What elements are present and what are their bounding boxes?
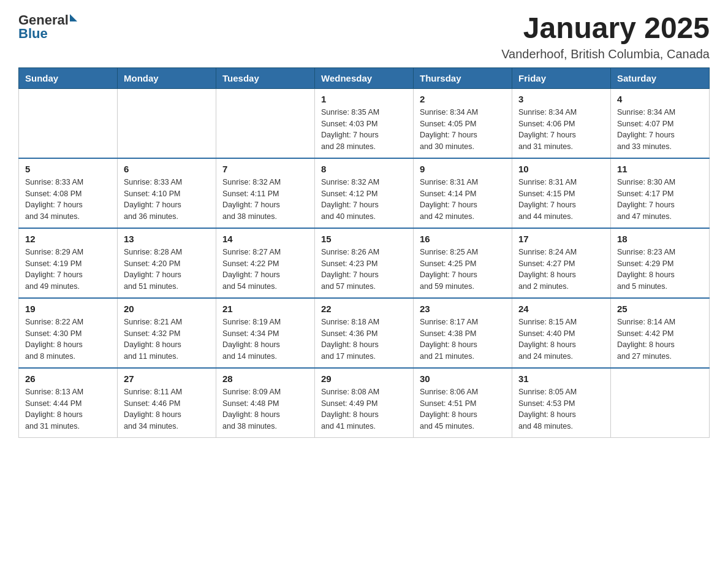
calendar-day-cell: 18Sunrise: 8:23 AMSunset: 4:29 PMDayligh…	[611, 228, 710, 298]
day-info: Sunrise: 8:31 AMSunset: 4:15 PMDaylight:…	[518, 177, 604, 223]
day-info: Sunrise: 8:35 AMSunset: 4:03 PMDaylight:…	[321, 107, 407, 153]
calendar-week-row: 12Sunrise: 8:29 AMSunset: 4:19 PMDayligh…	[19, 228, 710, 298]
day-info: Sunrise: 8:31 AMSunset: 4:14 PMDaylight:…	[420, 177, 506, 223]
day-number: 22	[321, 304, 407, 314]
day-number: 23	[420, 304, 506, 314]
day-info: Sunrise: 8:06 AMSunset: 4:51 PMDaylight:…	[420, 386, 506, 432]
calendar-day-cell: 12Sunrise: 8:29 AMSunset: 4:19 PMDayligh…	[19, 228, 118, 298]
day-info: Sunrise: 8:15 AMSunset: 4:40 PMDaylight:…	[518, 316, 604, 362]
day-number: 21	[222, 304, 308, 314]
calendar-week-row: 1Sunrise: 8:35 AMSunset: 4:03 PMDaylight…	[19, 88, 710, 158]
calendar-day-cell: 13Sunrise: 8:28 AMSunset: 4:20 PMDayligh…	[118, 228, 216, 298]
day-info: Sunrise: 8:32 AMSunset: 4:11 PMDaylight:…	[222, 177, 308, 223]
calendar-day-cell: 22Sunrise: 8:18 AMSunset: 4:36 PMDayligh…	[315, 298, 414, 368]
calendar-day-cell: 21Sunrise: 8:19 AMSunset: 4:34 PMDayligh…	[216, 298, 315, 368]
day-number: 15	[321, 234, 407, 244]
day-number: 27	[124, 373, 210, 384]
calendar-day-cell: 5Sunrise: 8:33 AMSunset: 4:08 PMDaylight…	[19, 158, 118, 228]
day-number: 25	[617, 304, 703, 314]
calendar-week-row: 19Sunrise: 8:22 AMSunset: 4:30 PMDayligh…	[19, 298, 710, 368]
day-number: 16	[420, 234, 506, 244]
day-info: Sunrise: 8:09 AMSunset: 4:48 PMDaylight:…	[222, 386, 308, 432]
day-info: Sunrise: 8:34 AMSunset: 4:07 PMDaylight:…	[617, 107, 703, 153]
day-info: Sunrise: 8:14 AMSunset: 4:42 PMDaylight:…	[617, 316, 703, 362]
day-of-week-header: Monday	[118, 67, 216, 88]
logo: General Blue	[18, 12, 77, 42]
calendar-table: SundayMondayTuesdayWednesdayThursdayFrid…	[18, 67, 710, 438]
day-info: Sunrise: 8:19 AMSunset: 4:34 PMDaylight:…	[222, 316, 308, 362]
day-number: 3	[518, 94, 604, 104]
day-info: Sunrise: 8:32 AMSunset: 4:12 PMDaylight:…	[321, 177, 407, 223]
day-number: 31	[518, 373, 604, 384]
calendar-day-cell: 25Sunrise: 8:14 AMSunset: 4:42 PMDayligh…	[611, 298, 710, 368]
day-number: 18	[617, 234, 703, 244]
day-number: 4	[617, 94, 703, 104]
day-info: Sunrise: 8:33 AMSunset: 4:10 PMDaylight:…	[124, 177, 210, 223]
day-of-week-header: Sunday	[19, 67, 118, 88]
day-number: 10	[518, 164, 604, 174]
calendar-day-cell: 23Sunrise: 8:17 AMSunset: 4:38 PMDayligh…	[414, 298, 512, 368]
calendar-day-cell: 31Sunrise: 8:05 AMSunset: 4:53 PMDayligh…	[512, 368, 611, 438]
day-info: Sunrise: 8:17 AMSunset: 4:38 PMDaylight:…	[420, 316, 506, 362]
day-info: Sunrise: 8:30 AMSunset: 4:17 PMDaylight:…	[617, 177, 703, 223]
calendar-day-cell: 11Sunrise: 8:30 AMSunset: 4:17 PMDayligh…	[611, 158, 710, 228]
calendar-day-cell: 8Sunrise: 8:32 AMSunset: 4:12 PMDaylight…	[315, 158, 414, 228]
calendar-day-cell: 10Sunrise: 8:31 AMSunset: 4:15 PMDayligh…	[512, 158, 611, 228]
day-info: Sunrise: 8:34 AMSunset: 4:06 PMDaylight:…	[518, 107, 604, 153]
calendar-header-row: SundayMondayTuesdayWednesdayThursdayFrid…	[19, 67, 710, 88]
title-block: January 2025 Vanderhoof, British Columbi…	[501, 12, 710, 61]
day-number: 30	[420, 373, 506, 384]
day-number: 1	[321, 94, 407, 104]
day-number: 28	[222, 373, 308, 384]
day-number: 24	[518, 304, 604, 314]
day-info: Sunrise: 8:33 AMSunset: 4:08 PMDaylight:…	[25, 177, 111, 223]
day-number: 14	[222, 234, 308, 244]
day-info: Sunrise: 8:26 AMSunset: 4:23 PMDaylight:…	[321, 247, 407, 293]
day-number: 11	[617, 164, 703, 174]
calendar-day-cell: 27Sunrise: 8:11 AMSunset: 4:46 PMDayligh…	[118, 368, 216, 438]
calendar-day-cell: 6Sunrise: 8:33 AMSunset: 4:10 PMDaylight…	[118, 158, 216, 228]
day-number: 12	[25, 234, 111, 244]
location-title: Vanderhoof, British Columbia, Canada	[501, 47, 710, 61]
calendar-day-cell: 14Sunrise: 8:27 AMSunset: 4:22 PMDayligh…	[216, 228, 315, 298]
calendar-day-cell: 17Sunrise: 8:24 AMSunset: 4:27 PMDayligh…	[512, 228, 611, 298]
calendar-day-cell: 3Sunrise: 8:34 AMSunset: 4:06 PMDaylight…	[512, 88, 611, 158]
logo-blue-text: Blue	[18, 26, 48, 42]
calendar-day-cell: 28Sunrise: 8:09 AMSunset: 4:48 PMDayligh…	[216, 368, 315, 438]
calendar-day-cell	[216, 88, 315, 158]
page-header: General Blue January 2025 Vanderhoof, Br…	[18, 12, 710, 61]
day-info: Sunrise: 8:08 AMSunset: 4:49 PMDaylight:…	[321, 386, 407, 432]
calendar-day-cell: 26Sunrise: 8:13 AMSunset: 4:44 PMDayligh…	[19, 368, 118, 438]
day-info: Sunrise: 8:24 AMSunset: 4:27 PMDaylight:…	[518, 247, 604, 293]
day-info: Sunrise: 8:21 AMSunset: 4:32 PMDaylight:…	[124, 316, 210, 362]
logo-triangle-icon	[70, 14, 77, 21]
calendar-day-cell: 19Sunrise: 8:22 AMSunset: 4:30 PMDayligh…	[19, 298, 118, 368]
calendar-day-cell: 1Sunrise: 8:35 AMSunset: 4:03 PMDaylight…	[315, 88, 414, 158]
calendar-day-cell: 9Sunrise: 8:31 AMSunset: 4:14 PMDaylight…	[414, 158, 512, 228]
day-info: Sunrise: 8:13 AMSunset: 4:44 PMDaylight:…	[25, 386, 111, 432]
day-info: Sunrise: 8:22 AMSunset: 4:30 PMDaylight:…	[25, 316, 111, 362]
day-info: Sunrise: 8:29 AMSunset: 4:19 PMDaylight:…	[25, 247, 111, 293]
calendar-week-row: 26Sunrise: 8:13 AMSunset: 4:44 PMDayligh…	[19, 368, 710, 438]
day-info: Sunrise: 8:34 AMSunset: 4:05 PMDaylight:…	[420, 107, 506, 153]
calendar-day-cell: 24Sunrise: 8:15 AMSunset: 4:40 PMDayligh…	[512, 298, 611, 368]
day-of-week-header: Wednesday	[315, 67, 414, 88]
calendar-day-cell: 7Sunrise: 8:32 AMSunset: 4:11 PMDaylight…	[216, 158, 315, 228]
day-of-week-header: Saturday	[611, 67, 710, 88]
calendar-day-cell	[118, 88, 216, 158]
day-number: 17	[518, 234, 604, 244]
day-number: 6	[124, 164, 210, 174]
day-info: Sunrise: 8:27 AMSunset: 4:22 PMDaylight:…	[222, 247, 308, 293]
day-number: 26	[25, 373, 111, 384]
day-number: 13	[124, 234, 210, 244]
day-number: 7	[222, 164, 308, 174]
calendar-day-cell	[19, 88, 118, 158]
day-number: 29	[321, 373, 407, 384]
calendar-day-cell: 4Sunrise: 8:34 AMSunset: 4:07 PMDaylight…	[611, 88, 710, 158]
day-info: Sunrise: 8:23 AMSunset: 4:29 PMDaylight:…	[617, 247, 703, 293]
day-number: 19	[25, 304, 111, 314]
day-info: Sunrise: 8:18 AMSunset: 4:36 PMDaylight:…	[321, 316, 407, 362]
day-info: Sunrise: 8:25 AMSunset: 4:25 PMDaylight:…	[420, 247, 506, 293]
day-of-week-header: Friday	[512, 67, 611, 88]
calendar-day-cell: 2Sunrise: 8:34 AMSunset: 4:05 PMDaylight…	[414, 88, 512, 158]
